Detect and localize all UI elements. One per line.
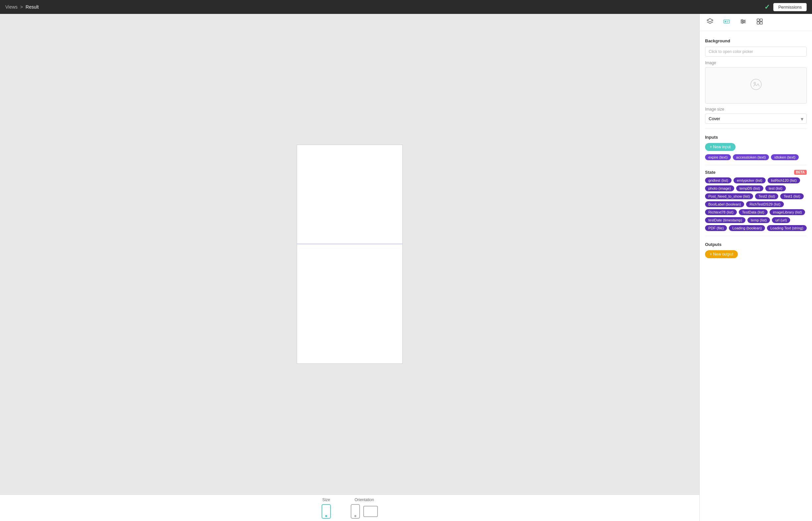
size-label: Size bbox=[322, 498, 330, 502]
image-label: Image bbox=[705, 61, 807, 65]
size-icons bbox=[322, 504, 331, 519]
panel-content: Background Click to open color picker Im… bbox=[700, 31, 812, 521]
tag-boollabel[interactable]: BoolLabel (boolean) bbox=[705, 201, 744, 207]
image-size-label: Image size bbox=[705, 107, 807, 112]
save-checkmark-icon[interactable]: ✓ bbox=[764, 3, 770, 11]
tag-listrich120[interactable]: listRich120 (list) bbox=[768, 177, 800, 183]
tag-testdate[interactable]: testDate (timestamp) bbox=[705, 217, 745, 223]
tag-accesstoken[interactable]: accesstoken (text) bbox=[733, 154, 769, 160]
tab-layers[interactable] bbox=[705, 17, 715, 28]
svg-point-8 bbox=[743, 21, 745, 22]
orientation-icons bbox=[351, 504, 378, 519]
tab-component[interactable] bbox=[722, 17, 731, 28]
svg-point-7 bbox=[742, 20, 743, 21]
breadcrumb-current: Result bbox=[25, 4, 39, 9]
panel-tabs bbox=[700, 14, 812, 31]
color-picker-button[interactable]: Click to open color picker bbox=[705, 47, 807, 56]
inputs-label: Inputs bbox=[705, 135, 807, 140]
size-section: Size bbox=[322, 498, 331, 519]
outputs-label: Outputs bbox=[705, 242, 807, 247]
topnav: Views > Result ✓ Permissions bbox=[0, 0, 812, 14]
tag-temp[interactable]: temp (list) bbox=[747, 217, 770, 223]
image-placeholder-icon bbox=[750, 78, 762, 93]
tag-test[interactable]: test (list) bbox=[765, 185, 786, 191]
tag-gridtest[interactable]: gridtest (list) bbox=[705, 177, 731, 183]
tag-post-need[interactable]: Post_Need_to_show (list) bbox=[705, 193, 753, 199]
permissions-button[interactable]: Permissions bbox=[773, 3, 807, 11]
bottom-bar: Size Orientation bbox=[0, 495, 699, 521]
svg-rect-10 bbox=[757, 19, 759, 21]
tag-photo[interactable]: photo (image) bbox=[705, 185, 734, 191]
tag-richtext78[interactable]: Richtext78 (list) bbox=[705, 209, 737, 215]
tag-expire[interactable]: expire (text) bbox=[705, 154, 731, 160]
background-label: Background bbox=[705, 38, 807, 43]
canvas-frame bbox=[297, 145, 403, 364]
svg-point-15 bbox=[754, 82, 755, 84]
orientation-label: Orientation bbox=[355, 498, 374, 502]
breadcrumb-views[interactable]: Views bbox=[5, 4, 18, 9]
tag-tempd5[interactable]: tempD5 (list) bbox=[736, 185, 763, 191]
divider-1 bbox=[705, 129, 807, 129]
breadcrumb: Views > Result bbox=[5, 4, 39, 9]
tab-stack[interactable] bbox=[755, 17, 765, 28]
tab-settings[interactable] bbox=[738, 17, 748, 28]
breadcrumb-sep: > bbox=[20, 4, 23, 9]
tag-test1[interactable]: Test1 (list) bbox=[780, 193, 804, 199]
tag-emtypicker[interactable]: emtypicker (list) bbox=[733, 177, 766, 183]
beta-badge: BETA bbox=[794, 170, 807, 175]
state-header: State BETA bbox=[705, 170, 807, 175]
new-input-button[interactable]: + New input bbox=[705, 143, 736, 151]
svg-rect-13 bbox=[760, 22, 762, 24]
divider-2 bbox=[705, 165, 807, 165]
canvas-area bbox=[0, 14, 699, 521]
state-tags: gridtest (list) emtypicker (list) listRi… bbox=[705, 177, 807, 231]
svg-rect-12 bbox=[757, 22, 759, 24]
canvas-bottom bbox=[297, 244, 402, 363]
tag-richtest[interactable]: RichTestDS29 (list) bbox=[746, 201, 784, 207]
image-upload-area[interactable] bbox=[705, 67, 807, 104]
svg-rect-1 bbox=[725, 21, 726, 22]
tag-idtoken[interactable]: idtoken (text) bbox=[771, 154, 799, 160]
svg-rect-0 bbox=[724, 20, 729, 23]
tag-pdf[interactable]: PDF (file) bbox=[705, 225, 727, 231]
phone-portrait-icon[interactable] bbox=[351, 504, 360, 519]
svg-rect-11 bbox=[760, 19, 762, 21]
phone-portrait-active-icon[interactable] bbox=[322, 504, 331, 519]
new-output-button[interactable]: + New output bbox=[705, 250, 738, 258]
tag-test2[interactable]: Test2 (list) bbox=[755, 193, 778, 199]
tablet-landscape-icon[interactable] bbox=[363, 506, 378, 517]
canvas-top bbox=[297, 145, 402, 244]
tag-imagelibrary[interactable]: imageLibrary (list) bbox=[770, 209, 805, 215]
tag-testdata[interactable]: TestData (list) bbox=[739, 209, 768, 215]
state-label: State bbox=[705, 170, 716, 175]
tag-loading[interactable]: Loading (boolean) bbox=[729, 225, 765, 231]
tag-loading-text[interactable]: Loading Text (string) bbox=[767, 225, 806, 231]
inputs-tags: expire (text) accesstoken (text) idtoken… bbox=[705, 154, 807, 160]
svg-point-14 bbox=[751, 79, 761, 90]
image-size-select-wrapper: Cover Contain Auto ▾ bbox=[705, 114, 807, 124]
image-size-select[interactable]: Cover Contain Auto bbox=[705, 114, 807, 124]
svg-point-9 bbox=[742, 22, 743, 23]
main-layout: Background Click to open color picker Im… bbox=[0, 14, 812, 521]
topnav-right: ✓ Permissions bbox=[764, 3, 807, 11]
tag-url[interactable]: url (url) bbox=[772, 217, 790, 223]
divider-3 bbox=[705, 236, 807, 236]
right-panel: Background Click to open color picker Im… bbox=[699, 14, 812, 521]
orientation-section: Orientation bbox=[351, 498, 378, 519]
